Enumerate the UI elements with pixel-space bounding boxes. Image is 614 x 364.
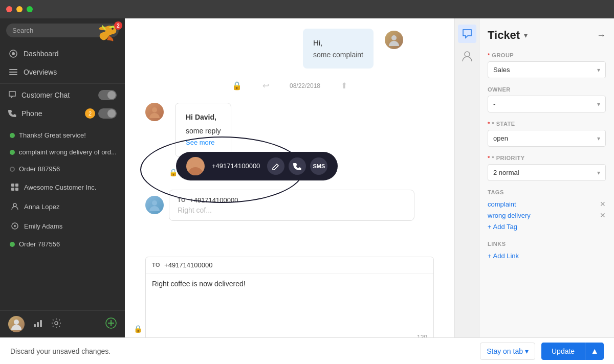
tag-complaint-close[interactable]: ✕ [600,200,606,208]
stay-on-tab-button[interactable]: Stay on tab ▾ [480,343,535,360]
message-row-1: Hi, some complaint [145,29,403,69]
tag-wrong-delivery-close[interactable]: ✕ [600,211,606,219]
svg-point-12 [14,225,16,227]
list-item-anna[interactable]: Anna Lopez [0,197,125,216]
discard-text: Discard your unsaved changes. [10,347,474,355]
svg-point-23 [465,52,470,57]
ticket-header: Ticket ▾ → [488,29,606,42]
svg-rect-16 [40,320,42,327]
svg-rect-4 [9,72,17,73]
list-item-label: Emily Adams [24,222,62,230]
update-button-group: Update ▲ [541,343,604,360]
stay-on-tab-label: Stay on tab [487,347,523,355]
dashboard-icon [8,49,18,59]
svg-point-17 [55,322,58,325]
group-value: Sales [493,66,510,74]
user-avatar[interactable] [8,316,25,332]
sidebar-footer [0,310,125,337]
owner-label: OWNER [488,86,606,93]
add-link-button[interactable]: + Add Link [488,250,606,262]
list-item-label: Order 887956 [19,165,60,173]
settings-icon[interactable] [51,318,61,330]
to-section: TO +491714100000 Right cof... [145,188,434,223]
sidebar-item-label: Dashboard [24,50,59,58]
svg-rect-5 [9,74,17,75]
close-dot[interactable] [6,6,12,12]
owner-select[interactable]: - ▾ [488,96,606,112]
status-dot-green [10,150,15,155]
add-icon[interactable] [105,317,117,331]
tags-label: TAGS [488,189,606,195]
compose-to-row: TO +491714100000 [146,257,433,274]
list-item-awesome[interactable]: Awesome Customer Inc. [0,177,125,197]
list-item-label: Thanks! Great service! [19,131,86,139]
compose-lock-icon: 🔒 [134,325,142,333]
sms-button[interactable]: SMS [310,157,327,175]
chat-panel-icon[interactable] [458,25,476,43]
ticket-dropdown-arrow[interactable]: ▾ [524,31,528,39]
edit-button[interactable] [267,157,284,175]
ticket-navigate-arrow[interactable]: → [597,30,606,41]
timestamp: 08/22/2018 [290,82,320,89]
tag-complaint-label: complaint [488,200,516,208]
customer-chat-toggle[interactable] [98,90,117,100]
list-item-complaint[interactable]: complaint wrong delivery of ord... [0,144,125,161]
group-select[interactable]: Sales ▾ [488,61,606,78]
state-select[interactable]: open ▾ [488,130,606,147]
chat-icon [8,90,16,100]
svg-point-10 [13,203,16,207]
svg-point-22 [191,159,200,167]
list-item-emily[interactable]: Emily Adams [0,216,125,236]
call-button[interactable] [289,157,306,175]
list-item-thanks[interactable]: Thanks! Great service! [0,127,125,144]
compose-to-label: TO [152,262,160,268]
to-row: TO +491714100000 Right cof... [145,188,434,223]
message-row-2: Hi David, some reply See more [145,103,434,157]
update-arrow-button[interactable]: ▲ [585,343,604,360]
phone-number: +491714100000 [190,196,238,204]
footer-stats-icon[interactable] [33,318,43,330]
sidebar-toggles: Customer Chat Phone 2 [0,83,125,125]
user-panel-icon[interactable] [458,47,476,65]
phone-icon [8,109,16,119]
compose-container: TO +491714100000 Right coffee is now del… [145,257,434,337]
phone-toggle[interactable] [98,108,117,119]
owner-chevron-icon: ▾ [597,101,600,108]
add-tag-button[interactable]: + Add Tag [488,221,606,233]
see-more-link[interactable]: See more [186,139,214,146]
priority-select[interactable]: 2 normal ▾ [488,164,606,181]
list-item-label: Anna Lopez [24,203,59,211]
links-section: LINKS + Add Link [488,241,606,262]
grid-icon [10,182,20,192]
chat-area: Hi, some complaint 🔒 ↩ 08/22/2018 ⬆ [125,18,454,337]
svg-rect-7 [15,184,18,187]
sidebar-list: Thanks! Great service! complaint wrong d… [0,125,125,310]
sidebar-item-dashboard[interactable]: Dashboard [0,44,125,63]
list-item-order787556[interactable]: Order 787556 [0,236,125,253]
sidebar-item-overviews[interactable]: Overviews [0,63,125,81]
sidebar: 2 Dashboard [0,18,125,337]
tag-complaint: complaint ✕ [488,198,606,210]
svg-rect-15 [37,322,39,327]
tag-wrong-delivery: wrong delivery ✕ [488,210,606,221]
sidebar-item-customer-chat[interactable]: Customer Chat [0,86,125,104]
ticket-title: Ticket [488,29,520,42]
status-dot-green [10,242,15,247]
titlebar [0,0,614,18]
customer-chat-label: Customer Chat [21,91,98,99]
action-bar: Discard your unsaved changes. Stay on ta… [0,337,614,364]
message-icon [10,221,20,231]
person-icon [10,201,20,212]
list-item-order887956[interactable]: Order 887956 [0,161,125,177]
right-panel: Ticket ▾ → GROUP Sales ▾ OWNER - ▾ * STA… [479,18,614,337]
compose-textarea[interactable]: Right coffee is now delivered! [146,274,433,330]
sidebar-item-phone[interactable]: Phone 2 [0,104,125,123]
popup-actions: SMS [267,157,327,175]
message-body-2: some reply [186,125,221,136]
lock-icon: 🔒 [232,81,242,90]
minimize-dot[interactable] [16,6,23,12]
update-button[interactable]: Update [541,343,585,360]
state-value: open [493,134,508,142]
list-item-label: Order 787556 [19,240,60,248]
maximize-dot[interactable] [27,6,33,12]
